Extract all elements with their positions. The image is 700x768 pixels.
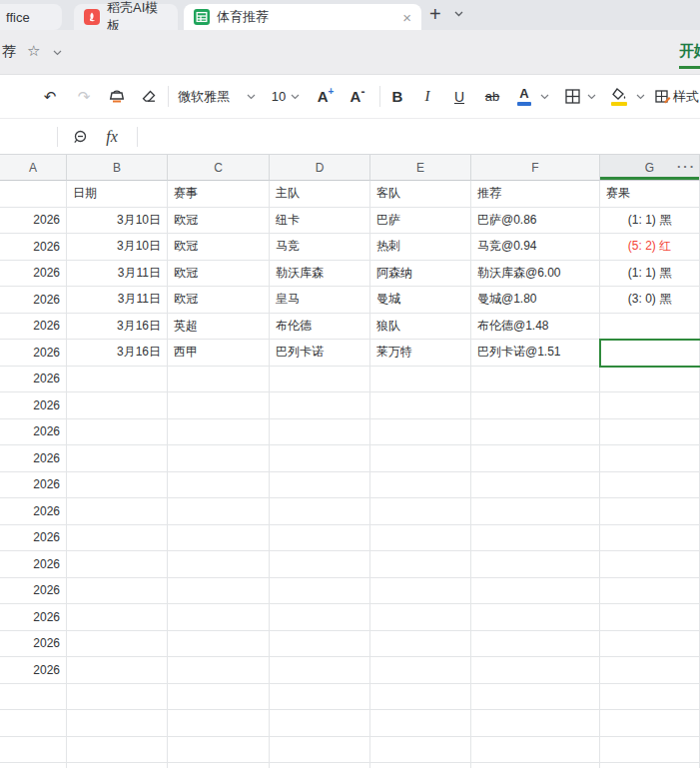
cell[interactable] [471, 445, 600, 472]
cell[interactable] [370, 763, 471, 768]
cell[interactable] [67, 604, 168, 631]
cell[interactable]: 2026 [0, 287, 67, 314]
cell[interactable] [0, 737, 67, 764]
cell[interactable] [600, 445, 700, 472]
cell[interactable]: 2026 [0, 525, 67, 552]
cell[interactable] [471, 657, 600, 684]
cell[interactable]: 3月10日 [67, 208, 168, 235]
cell[interactable] [471, 763, 600, 768]
cell[interactable] [168, 392, 270, 419]
close-tab-icon[interactable]: × [402, 9, 411, 26]
cell[interactable]: 莱万特 [370, 340, 471, 367]
font-color-chevron-icon[interactable] [539, 75, 549, 118]
cell[interactable] [600, 578, 700, 605]
cell[interactable]: 欧冠 [168, 208, 270, 235]
redo-button[interactable]: ↷ [74, 75, 94, 118]
cell[interactable] [370, 525, 471, 552]
cell[interactable]: 马竞@0.94 [471, 234, 600, 261]
cell[interactable] [471, 737, 600, 764]
cell[interactable] [370, 631, 471, 658]
cell[interactable]: 推荐 [471, 181, 600, 208]
undo-button[interactable]: ↶ [40, 75, 60, 118]
document-menu-chevron-icon[interactable] [53, 50, 62, 56]
cell[interactable] [168, 710, 270, 737]
cell[interactable]: 2026 [0, 551, 67, 578]
cell[interactable] [168, 367, 270, 393]
cell[interactable] [168, 578, 270, 605]
cell[interactable] [270, 737, 370, 764]
eraser-button[interactable] [138, 75, 160, 118]
ribbon-tab-home[interactable]: 开始 [679, 42, 700, 61]
cell[interactable] [370, 710, 471, 737]
cell[interactable] [67, 737, 168, 764]
cell[interactable] [471, 710, 600, 737]
cell[interactable]: 2026 [0, 261, 67, 288]
cell[interactable] [471, 498, 600, 525]
cell[interactable]: 3月10日 [67, 234, 168, 261]
fill-color-chevron-icon[interactable] [635, 75, 645, 118]
cell[interactable]: 赛果 [600, 181, 700, 208]
tab-sports-recommendation[interactable]: 体育推荐 × [184, 4, 421, 30]
cell[interactable]: 英超 [168, 314, 270, 341]
cell[interactable]: 客队 [370, 181, 471, 208]
cell[interactable]: 欧冠 [168, 287, 270, 314]
strikethrough-button[interactable]: ab [481, 75, 503, 118]
cell[interactable] [168, 684, 270, 711]
cell[interactable] [270, 684, 370, 711]
cell[interactable] [600, 525, 700, 552]
insert-function-button[interactable]: fx [100, 119, 124, 155]
tab-docer-ai-templates[interactable]: 稻壳AI模板 [74, 4, 178, 30]
cell[interactable] [471, 604, 600, 631]
cell[interactable]: 日期 [67, 181, 168, 208]
cell[interactable]: 3月16日 [67, 314, 168, 341]
cell[interactable] [370, 498, 471, 525]
cell[interactable]: 2026 [0, 604, 67, 631]
tab-list-chevron-icon[interactable] [454, 11, 463, 17]
cell[interactable]: 2026 [0, 419, 67, 446]
cell[interactable]: 西甲 [168, 340, 270, 367]
cell[interactable] [600, 551, 700, 578]
cell[interactable]: 马竞 [270, 234, 370, 261]
cell[interactable]: (5: 2) 红 [600, 234, 700, 261]
cell[interactable] [67, 657, 168, 684]
cell[interactable]: 2026 [0, 631, 67, 658]
cell[interactable]: 欧冠 [168, 261, 270, 288]
cell[interactable] [67, 710, 168, 737]
cell[interactable] [168, 604, 270, 631]
cell[interactable] [270, 551, 370, 578]
cell[interactable] [471, 472, 600, 499]
cell[interactable]: 巴萨@0.86 [471, 208, 600, 235]
cell[interactable]: 2026 [0, 657, 67, 684]
cell[interactable] [168, 763, 270, 768]
more-columns-icon[interactable]: ··· [677, 159, 696, 174]
cell[interactable] [0, 181, 67, 208]
cell[interactable] [600, 710, 700, 737]
cell[interactable]: 皇马 [270, 287, 370, 314]
cell[interactable] [67, 445, 168, 472]
cell[interactable] [471, 578, 600, 605]
cell[interactable]: 布伦德 [270, 314, 370, 341]
fill-color-button[interactable] [607, 75, 631, 118]
cell[interactable]: (1: 1) 黑 [600, 208, 700, 235]
cell[interactable] [471, 367, 600, 393]
cell-style-button[interactable] [653, 75, 673, 118]
cell[interactable] [67, 631, 168, 658]
cell[interactable] [600, 631, 700, 658]
cell[interactable] [168, 445, 270, 472]
font-name-chevron-icon[interactable] [246, 75, 256, 118]
column-header-f[interactable]: F [471, 155, 600, 181]
cell[interactable] [471, 525, 600, 552]
cell[interactable]: 狼队 [370, 314, 471, 341]
cell[interactable]: 阿森纳 [370, 261, 471, 288]
cell[interactable] [270, 445, 370, 472]
cell[interactable] [67, 498, 168, 525]
increase-font-size-button[interactable]: A+ [314, 75, 338, 118]
cell[interactable] [0, 684, 67, 711]
new-tab-button[interactable]: + [429, 3, 441, 26]
cell[interactable] [67, 525, 168, 552]
cell[interactable] [67, 578, 168, 605]
cell[interactable]: 2026 [0, 340, 67, 367]
cell[interactable] [270, 763, 370, 768]
cell[interactable]: 勒沃库森 [270, 261, 370, 288]
cell[interactable] [370, 604, 471, 631]
